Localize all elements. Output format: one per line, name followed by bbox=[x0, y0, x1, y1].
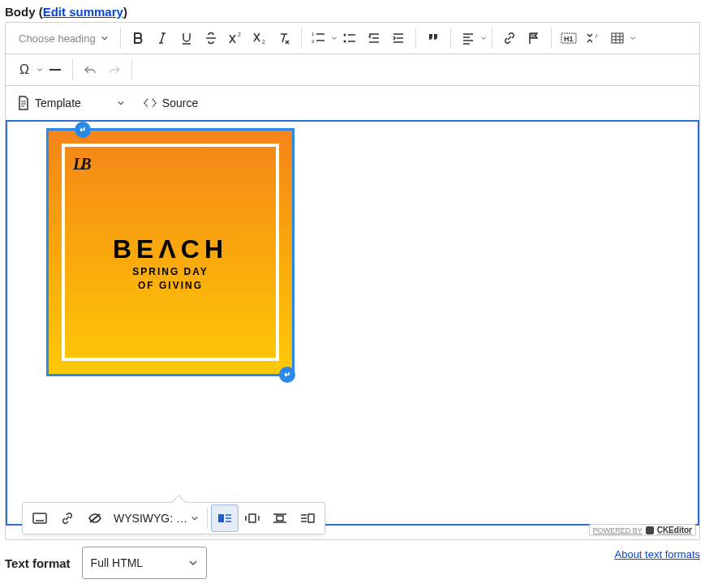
chevron-down-icon bbox=[191, 514, 199, 522]
text-format-row: Text format Full HTML About text formats bbox=[5, 547, 700, 579]
blockquote-button[interactable] bbox=[421, 26, 445, 50]
paragraph-handle-bottom[interactable] bbox=[279, 367, 295, 383]
body-label-text: Body bbox=[5, 5, 36, 19]
chevron-down-icon bbox=[480, 33, 487, 43]
template-label: Template bbox=[35, 97, 81, 109]
ckeditor-logo-icon bbox=[646, 526, 654, 534]
chevron-down-icon bbox=[117, 99, 125, 107]
text-format-value: Full HTML bbox=[91, 556, 144, 569]
svg-text:1: 1 bbox=[312, 32, 315, 36]
align-center-button[interactable] bbox=[266, 504, 294, 532]
svg-point-4 bbox=[343, 34, 346, 36]
return-icon bbox=[282, 370, 292, 380]
hide-media-button[interactable] bbox=[81, 504, 109, 532]
svg-rect-15 bbox=[646, 526, 654, 534]
image-title: BEΛCH bbox=[49, 234, 292, 264]
bold-button[interactable] bbox=[126, 26, 150, 50]
powered-prefix: POWERED BY bbox=[593, 526, 643, 534]
selected-image-widget[interactable]: LB BEΛCH SPRING DAY OF GIVING bbox=[46, 128, 294, 376]
paragraph-handle-top[interactable] bbox=[75, 122, 91, 138]
body-label: Body (Edit summary) bbox=[5, 5, 700, 19]
chevron-down-icon bbox=[37, 65, 43, 75]
numbered-list-button[interactable]: 12 bbox=[307, 26, 331, 50]
remove-format-button[interactable] bbox=[272, 26, 296, 50]
svg-rect-12 bbox=[249, 514, 256, 522]
toolbar-row-1: Choose heading 2 2 12 bbox=[6, 23, 699, 54]
toolbar-row-2: Ω bbox=[6, 54, 699, 86]
special-characters-button[interactable]: Ω bbox=[12, 58, 37, 82]
bulleted-list-button[interactable] bbox=[337, 26, 362, 50]
subscript-button[interactable]: 2 bbox=[247, 26, 272, 50]
undo-button[interactable] bbox=[78, 58, 102, 82]
chevron-down-icon bbox=[630, 33, 636, 43]
powered-by-link[interactable]: POWERED BY CKEditor bbox=[589, 524, 696, 536]
source-icon bbox=[143, 96, 157, 110]
media-button[interactable]: ♪ bbox=[581, 26, 605, 50]
template-dropdown[interactable]: Template bbox=[11, 89, 131, 117]
table-button[interactable] bbox=[605, 26, 630, 50]
svg-text:H1: H1 bbox=[564, 35, 574, 43]
outdent-button[interactable] bbox=[362, 26, 386, 50]
heading-dropdown-label: Choose heading bbox=[19, 32, 96, 45]
alignment-button[interactable] bbox=[456, 26, 480, 50]
wysiwyg-label: WYSIWYG: … bbox=[114, 512, 187, 525]
ckeditor: Choose heading 2 2 12 bbox=[5, 22, 700, 540]
source-label: Source bbox=[162, 97, 198, 109]
superscript-button[interactable]: 2 bbox=[223, 26, 247, 50]
align-inline-button[interactable] bbox=[239, 504, 266, 532]
svg-text:♪: ♪ bbox=[595, 32, 598, 39]
source-button[interactable]: Source bbox=[136, 89, 204, 117]
svg-text:2: 2 bbox=[312, 39, 315, 44]
wysiwyg-view-dropdown[interactable]: WYSIWYG: … bbox=[109, 512, 204, 525]
image-logo: LB bbox=[73, 155, 89, 174]
edit-summary-link[interactable]: Edit summary bbox=[43, 5, 123, 19]
heading-dropdown[interactable]: Choose heading bbox=[12, 26, 115, 50]
heading-block-button[interactable]: H1 bbox=[557, 26, 581, 50]
flag-button[interactable] bbox=[522, 26, 546, 50]
content-editable-area[interactable]: LB BEΛCH SPRING DAY OF GIVING WYSIWYG: … bbox=[6, 120, 699, 526]
svg-rect-11 bbox=[218, 514, 224, 522]
svg-text:2: 2 bbox=[262, 39, 265, 45]
link-image-button[interactable] bbox=[54, 504, 81, 532]
toolbar-row-3: Template Source bbox=[6, 86, 699, 120]
text-format-select[interactable]: Full HTML bbox=[82, 547, 207, 579]
chevron-down-icon bbox=[331, 33, 337, 43]
powered-brand: CKEditor bbox=[657, 526, 692, 534]
about-text-formats-link[interactable]: About text formats bbox=[615, 548, 701, 560]
svg-rect-9 bbox=[612, 33, 623, 43]
svg-rect-13 bbox=[277, 516, 283, 521]
indent-button[interactable] bbox=[386, 26, 411, 50]
align-break-right-button[interactable] bbox=[294, 504, 321, 532]
return-icon bbox=[78, 125, 88, 135]
link-button[interactable] bbox=[497, 26, 522, 50]
text-format-label: Text format bbox=[5, 556, 71, 570]
image-subtitle: SPRING DAY OF GIVING bbox=[49, 265, 292, 293]
document-icon bbox=[17, 96, 30, 110]
image-balloon-toolbar: WYSIWYG: … bbox=[22, 502, 325, 534]
underline-button[interactable] bbox=[174, 26, 199, 50]
svg-rect-14 bbox=[308, 514, 314, 522]
toggle-caption-button[interactable] bbox=[26, 504, 54, 532]
svg-point-5 bbox=[343, 41, 346, 43]
strikethrough-button[interactable] bbox=[199, 26, 223, 50]
chevron-down-icon bbox=[188, 558, 198, 568]
svg-text:2: 2 bbox=[238, 32, 241, 37]
align-break-left-button[interactable] bbox=[211, 504, 239, 532]
chevron-down-icon bbox=[101, 34, 109, 42]
horizontal-line-button[interactable] bbox=[43, 58, 67, 82]
svg-rect-10 bbox=[33, 513, 46, 523]
redo-button[interactable] bbox=[102, 58, 127, 82]
italic-button[interactable] bbox=[150, 26, 174, 50]
